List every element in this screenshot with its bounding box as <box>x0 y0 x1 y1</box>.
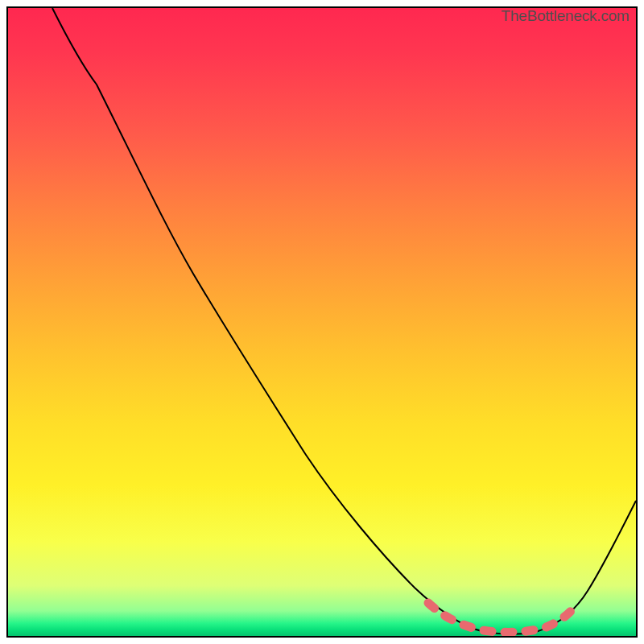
bottleneck-curve <box>52 8 636 634</box>
valley-highlight <box>428 603 576 632</box>
chart-frame: TheBottleneck.com <box>6 6 638 638</box>
attribution-text: TheBottleneck.com <box>502 8 630 23</box>
chart-svg <box>8 8 636 636</box>
